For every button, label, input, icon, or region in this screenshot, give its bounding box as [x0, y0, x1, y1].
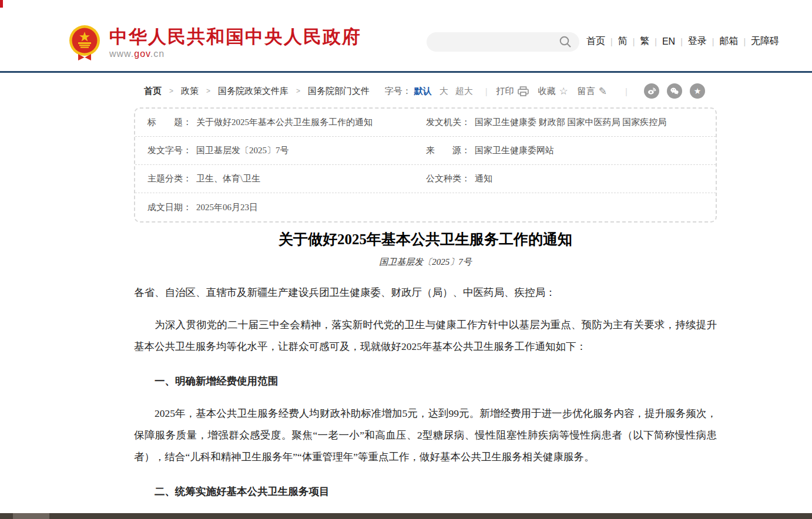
meta-value-date: 2025年06月23日	[196, 202, 258, 213]
article-section-heading-1: 一、明确新增经费使用范围	[134, 370, 717, 392]
nav-separator: |	[743, 37, 746, 46]
site-url-gov: gov	[134, 49, 150, 59]
nav-mail[interactable]: 邮箱	[719, 35, 738, 48]
site-logo[interactable]: 中华人民共和国中央人民政府 www.gov.cn	[68, 25, 361, 61]
article-toolbar: 字号： 默认 大 超大 | 打印 收藏 ☆ 留言 ✎ |	[385, 83, 705, 99]
search-input[interactable]	[427, 32, 579, 52]
comment-button[interactable]: 留言 ✎	[578, 86, 607, 97]
article: 关于做好2025年基本公共卫生服务工作的通知 国卫基层发〔2025〕7号 各省、…	[134, 230, 717, 519]
meta-value-title: 关于做好2025年基本公共卫生服务工作的通知	[196, 117, 373, 128]
nav-traditional[interactable]: 繁	[640, 35, 649, 48]
share-icons: ★	[636, 83, 705, 99]
site-header: 中华人民共和国中央人民政府 www.gov.cn 首页 | 简 | 繁 | EN…	[0, 0, 812, 73]
nav-home[interactable]: 首页	[586, 35, 605, 48]
article-section-heading-2: 二、统筹实施好基本公共卫生服务项目	[134, 481, 717, 503]
qzone-icon[interactable]: ★	[690, 83, 705, 99]
nav-login[interactable]: 登录	[688, 35, 707, 48]
meta-value-category: 卫生、体育\卫生	[196, 173, 260, 184]
breadcrumb-separator: >	[169, 87, 173, 95]
nav-separator: |	[633, 37, 635, 46]
qzone-star-glyph: ★	[694, 87, 702, 95]
nav-separator: |	[610, 37, 613, 46]
nav-english[interactable]: EN	[662, 36, 675, 47]
meta-row-category: 主题分类： 卫生、体育\卫生 公文种类： 通知	[135, 165, 716, 193]
search-box[interactable]	[427, 32, 579, 52]
toolbar-divider: |	[485, 86, 488, 96]
nav-separator: |	[712, 37, 714, 46]
corner-red-mark	[0, 0, 3, 8]
breadcrumb-policy[interactable]: 政策	[181, 86, 199, 97]
star-icon: ☆	[559, 86, 568, 96]
breadcrumb-separator: >	[206, 87, 210, 95]
meta-label-title: 标 题：	[147, 117, 192, 128]
meta-value-issuing-agency: 国家卫生健康委 财政部 国家中医药局 国家疾控局	[475, 117, 666, 128]
weibo-icon[interactable]	[644, 83, 659, 99]
meta-row-date: 成文日期： 2025年06月23日	[135, 193, 716, 221]
meta-row-doc-number: 发文字号： 国卫基层发〔2025〕7号 来 源： 国家卫生健康委网站	[135, 137, 716, 165]
pencil-icon: ✎	[599, 86, 607, 96]
meta-label-doc-number: 发文字号：	[147, 145, 192, 156]
breadcrumb: 首页 > 政策 > 国务院政策文件库 > 国务院部门文件	[144, 86, 370, 97]
meta-label-source: 来 源：	[426, 145, 470, 156]
toolbar-divider: |	[625, 86, 628, 96]
meta-value-doc-type: 通知	[475, 173, 492, 184]
font-size-xlarge-button[interactable]: 超大	[455, 86, 473, 97]
meta-label-issuing-agency: 发文机关：	[426, 117, 470, 128]
meta-value-doc-number: 国卫基层发〔2025〕7号	[196, 145, 289, 156]
document-meta-table: 标 题： 关于做好2025年基本公共卫生服务工作的通知 发文机关： 国家卫生健康…	[134, 107, 717, 223]
site-title: 中华人民共和国中央人民政府	[109, 27, 361, 47]
article-paragraph: 为深入贯彻党的二十届三中全会精神，落实新时代党的卫生与健康工作方针中以基层为重点…	[134, 314, 717, 358]
article-salutation: 各省、自治区、直辖市及新疆生产建设兵团卫生健康委、财政厅（局）、中医药局、疾控局…	[134, 282, 717, 304]
print-button[interactable]: 打印	[496, 86, 529, 97]
article-paragraph: 2025年，基本公共卫生服务经费人均财政补助标准增加5元，达到99元。新增经费用…	[134, 403, 717, 468]
site-url: www.gov.cn	[109, 49, 361, 59]
nav-separator: |	[680, 37, 683, 46]
breadcrumb-department-docs[interactable]: 国务院部门文件	[308, 86, 370, 97]
wechat-icon[interactable]	[667, 83, 682, 99]
favorite-button[interactable]: 收藏 ☆	[538, 86, 568, 97]
printer-icon	[518, 86, 529, 96]
site-url-suffix: .cn	[150, 49, 165, 59]
site-url-prefix: www.	[109, 49, 134, 59]
breadcrumb-home[interactable]: 首页	[144, 86, 162, 97]
nav-simplified[interactable]: 简	[618, 35, 628, 48]
footer-edge-strip-light	[13, 513, 49, 519]
meta-value-source: 国家卫生健康委网站	[475, 145, 554, 156]
breadcrumb-separator: >	[296, 87, 300, 95]
meta-row-title: 标 题： 关于做好2025年基本公共卫生服务工作的通知 发文机关： 国家卫生健康…	[135, 109, 716, 137]
article-body: 各省、自治区、直辖市及新疆生产建设兵团卫生健康委、财政厅（局）、中医药局、疾控局…	[134, 282, 717, 519]
favorite-label: 收藏	[538, 86, 556, 97]
print-label: 打印	[496, 86, 514, 97]
breadcrumb-policy-library[interactable]: 国务院政策文件库	[218, 86, 288, 97]
meta-label-doc-type: 公文种类：	[426, 173, 470, 184]
comment-label: 留言	[578, 86, 595, 97]
nav-separator: |	[655, 37, 657, 46]
font-size-large-button[interactable]: 大	[439, 86, 448, 97]
search-icon[interactable]	[559, 36, 572, 48]
footer-edge-strip	[0, 513, 812, 519]
meta-label-date: 成文日期：	[147, 202, 192, 213]
font-size-default-button[interactable]: 默认	[414, 86, 432, 97]
article-title: 关于做好2025年基本公共卫生服务工作的通知	[134, 230, 717, 249]
article-doc-number: 国卫基层发〔2025〕7号	[134, 257, 717, 268]
nav-accessibility[interactable]: 无障碍	[751, 35, 779, 48]
font-size-label: 字号：	[385, 86, 411, 97]
national-emblem-icon	[68, 25, 101, 61]
meta-label-category: 主题分类：	[147, 173, 192, 184]
top-nav: 首页 | 简 | 繁 | EN | 登录 | 邮箱 | 无障碍	[586, 35, 779, 48]
